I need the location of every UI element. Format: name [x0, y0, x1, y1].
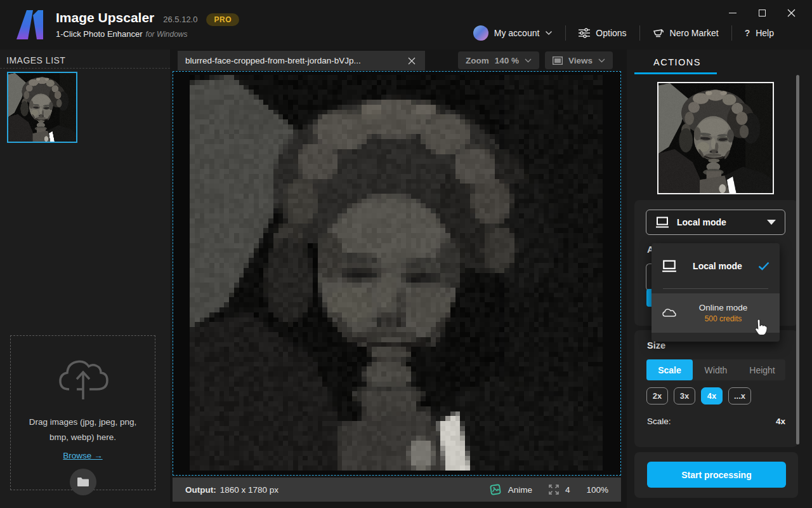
- nero-market-menu[interactable]: Nero Market: [640, 28, 731, 38]
- actions-tab[interactable]: ACTIONS: [653, 57, 701, 67]
- options-sliders-icon: [579, 28, 590, 38]
- views-icon: [553, 57, 563, 65]
- app-subtitle: 1-Click Photo Enhancerfor Windows: [56, 29, 188, 39]
- tab-close-button[interactable]: [406, 55, 417, 67]
- maximize-icon: [759, 10, 766, 17]
- preview-thumbnail: [658, 83, 773, 193]
- zoom-percent-badge: 100%: [586, 485, 608, 495]
- scale-summary-value: 4x: [776, 417, 785, 426]
- view-controls: Zoom 140 % Views: [458, 51, 613, 69]
- app-logo-icon: [14, 8, 47, 42]
- tab-strip: blurred-face-cropped-from-brett-jordan-b…: [170, 50, 627, 70]
- top-menu: My account Options: [461, 23, 787, 43]
- mode-dropdown-menu: Local mode Online mode 500 credits: [652, 243, 780, 342]
- open-folder-button[interactable]: [70, 469, 96, 495]
- online-mode-cloud-icon: [662, 307, 677, 319]
- divider: [0, 68, 170, 69]
- help-icon: ?: [745, 28, 750, 38]
- online-mode-label: Online mode: [677, 303, 769, 312]
- scale-options: 2x 3x 4x ...x: [646, 387, 751, 404]
- scale-2x-button[interactable]: 2x: [646, 387, 668, 404]
- menu-divider: [663, 288, 768, 289]
- tab-height[interactable]: Height: [739, 359, 785, 380]
- drag-drop-zone[interactable]: Drag images (jpg, jpeg, png, bmp, webp) …: [10, 335, 155, 490]
- zoom-label: Zoom: [466, 56, 489, 65]
- local-mode-label: Local mode: [677, 261, 758, 271]
- output-dimensions: 1860 x 1780 px: [220, 485, 278, 495]
- options-menu[interactable]: Options: [566, 28, 639, 38]
- help-label: Help: [756, 28, 774, 38]
- my-account-menu[interactable]: My account: [461, 25, 566, 41]
- help-menu[interactable]: ? Help: [732, 28, 787, 38]
- main-image-canvas[interactable]: [190, 75, 603, 471]
- images-list-panel: IMAGES LIST Drag images (jpg, jpeg, png,…: [0, 50, 170, 508]
- nero-market-label: Nero Market: [670, 28, 719, 38]
- size-mode-tabs: Scale Width Height: [646, 359, 785, 380]
- pro-badge: PRO: [206, 13, 239, 26]
- anime-badge: Anime: [508, 485, 532, 495]
- my-account-label: My account: [494, 28, 540, 38]
- subtitle-suffix: for Windows: [146, 30, 188, 39]
- images-list-header: IMAGES LIST: [6, 55, 65, 65]
- scale-3x-button[interactable]: 3x: [674, 387, 695, 404]
- zoom-select[interactable]: Zoom 140 %: [458, 51, 539, 69]
- scale-factor-badge: 4: [565, 485, 570, 495]
- caret-down-icon: [767, 220, 776, 225]
- image-thumbnail: [8, 73, 76, 142]
- menu-item-local-mode[interactable]: Local mode: [652, 251, 780, 281]
- tab-title: blurred-face-cropped-from-brett-jordan-b…: [185, 56, 400, 65]
- expand-scale-icon: [549, 485, 559, 495]
- output-status-bar: Output: 1860 x 1780 px Anime: [173, 478, 621, 502]
- views-label: Views: [568, 56, 593, 65]
- anime-model-icon: [489, 483, 502, 496]
- actions-panel: ACTIONS Local mode A Local mode: [627, 50, 812, 508]
- cursor-hand-icon: [753, 318, 768, 336]
- chevron-down-icon: [598, 58, 605, 63]
- minimize-icon: [729, 13, 737, 13]
- scale-summary-label: Scale:: [647, 417, 671, 426]
- tab-scale[interactable]: Scale: [646, 359, 693, 380]
- image-canvas-frame: [173, 71, 621, 476]
- views-select[interactable]: Views: [545, 51, 613, 69]
- app-version: 26.5.12.0: [163, 15, 197, 24]
- start-processing-button[interactable]: Start processing: [647, 462, 786, 488]
- output-label: Output:: [185, 485, 216, 495]
- close-button[interactable]: [776, 4, 806, 22]
- mode-select-value: Local mode: [677, 217, 726, 227]
- local-mode-laptop-icon: [662, 260, 677, 272]
- size-section-title: Size: [647, 340, 665, 351]
- processing-mode-select[interactable]: Local mode: [646, 210, 785, 235]
- folder-icon: [77, 477, 89, 487]
- avatar: [473, 25, 488, 41]
- minimize-button[interactable]: [718, 4, 747, 22]
- scale-4x-button[interactable]: 4x: [701, 387, 723, 404]
- zoom-value: 140 %: [495, 56, 519, 65]
- close-icon: [408, 57, 416, 65]
- titlebar: Image Upscaler 26.5.12.0 PRO 1-Click Pho…: [0, 0, 812, 50]
- chevron-down-icon: [525, 58, 532, 63]
- workspace: blurred-face-cropped-from-brett-jordan-b…: [170, 50, 627, 508]
- scale-summary: Scale: 4x: [647, 417, 785, 426]
- image-list-item-selected[interactable]: [7, 72, 77, 143]
- upload-cloud-icon: [54, 354, 112, 402]
- market-basket-icon: [653, 28, 664, 38]
- options-label: Options: [596, 28, 626, 38]
- app-title: Image Upscaler: [56, 10, 154, 25]
- image-tab[interactable]: blurred-face-cropped-from-brett-jordan-b…: [178, 51, 425, 70]
- maximize-button[interactable]: [747, 4, 776, 22]
- panel-scrollbar[interactable]: [796, 75, 799, 444]
- chevron-down-icon: [545, 30, 553, 36]
- check-icon: [758, 262, 769, 271]
- browse-link[interactable]: Browse →: [63, 451, 102, 460]
- local-mode-laptop-icon: [655, 217, 669, 228]
- tab-width[interactable]: Width: [693, 359, 739, 380]
- result-preview: [657, 82, 774, 194]
- scale-custom-button[interactable]: ...x: [728, 387, 751, 404]
- app-window: Image Upscaler 26.5.12.0 PRO 1-Click Pho…: [0, 0, 812, 508]
- close-icon: [787, 9, 796, 17]
- actions-tab-underline: [634, 72, 717, 74]
- window-controls: [718, 4, 806, 22]
- dropzone-text: Drag images (jpg, jpeg, png, bmp, webp) …: [11, 415, 155, 444]
